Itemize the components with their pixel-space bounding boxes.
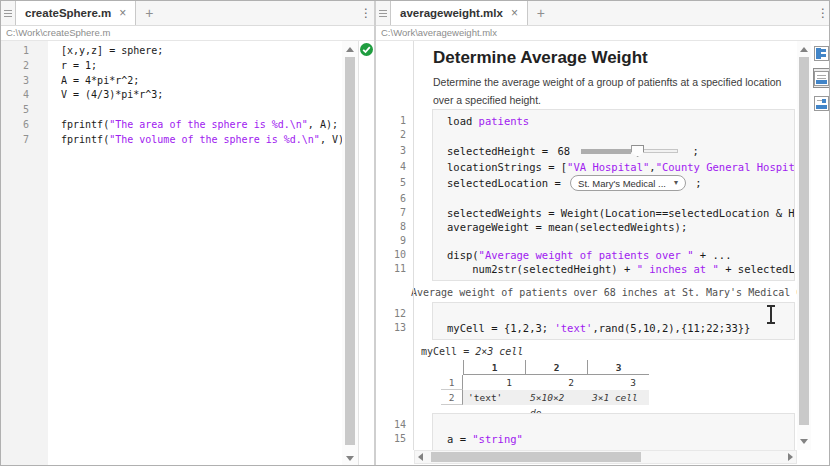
code-line[interactable] [447,234,794,248]
matlab-editor-window: createSphere.m × + ⋮ C:\Work\createSpher… [0,0,830,466]
code-line[interactable]: 3A = 4*pi*r^2; [1,74,342,89]
code-line[interactable]: 7fprintf("The volume of the sphere is %d… [1,133,342,148]
row-header: 2 [441,390,463,405]
location-dropdown[interactable]: St. Mary's Medical ...▾ [570,175,686,191]
line-number: 15 [376,432,413,446]
code-line[interactable]: myCell = {1,2,3; 'text',rand(5,10,2),{11… [447,321,794,335]
new-tab-button[interactable]: + [528,1,554,25]
left-vertical-scrollbar[interactable] [342,41,358,466]
code-token: selectedLocation = [447,177,567,189]
code-block[interactable]: load patientsselectedHeight = 68 ;locati… [432,109,795,281]
tab-actions-menu[interactable]: ⋮ [358,1,374,25]
line-number-column: 1415 [376,413,413,450]
line-number: 8 [376,220,413,234]
tab-averageweight[interactable]: averageweight.mlx × [390,1,528,25]
line-number: 4 [376,160,413,174]
scroll-left-arrow[interactable] [418,453,423,461]
code-analyzer-ok-icon[interactable] [360,43,373,56]
view-toggle-button[interactable] [813,93,830,113]
code-line-content [29,103,61,118]
code-line[interactable]: 1[x,y,z] = sphere; [1,44,342,59]
tab-actions-menu[interactable]: ⋮ [815,1,830,25]
horizontal-scrollbar[interactable] [414,450,797,464]
new-tab-button[interactable]: + [136,1,162,25]
code-token: ; [689,177,702,189]
code-token: ,rand(5,10,2),{11;22;33}} [592,322,750,334]
code-line[interactable]: disp("Average weight of patients over " … [447,248,794,262]
view-toggle-button[interactable] [813,43,830,63]
code-token: "VA Hospital" [567,161,649,173]
tab-createSphere[interactable]: createSphere.m × [15,1,136,25]
scrollbar-thumb[interactable] [431,452,641,462]
close-icon[interactable]: × [511,6,518,20]
code-line[interactable]: num2str(selectedHeight) + " inches at " … [447,262,794,276]
ibeam-cursor [770,306,772,323]
table-cell: 5×10×2 do... [525,390,587,405]
doc-intro-text: Determine the average weight of a group … [433,73,793,109]
right-vertical-scrollbar[interactable] [797,41,811,450]
code-line[interactable]: locationStrings = ["VA Hospital","County… [447,160,794,174]
close-icon[interactable]: × [119,6,126,20]
code-token: locationStrings = [ [447,161,567,173]
code-line[interactable]: 4V = (4/3)*pi*r^3; [1,88,342,103]
left-code-area[interactable]: 1[x,y,z] = sphere;2r = 1;3A = 4*pi*r^2;4… [1,41,342,466]
line-number: 7 [1,133,29,148]
scrollbar-thumb[interactable] [345,57,355,445]
code-line-content: [x,y,z] = sphere; [29,44,163,59]
code-line[interactable] [447,307,794,321]
code-token: ; [686,145,699,157]
column-header: 3 [587,360,649,375]
code-line[interactable] [447,128,794,142]
code-line[interactable]: 2r = 1; [1,59,342,74]
scroll-up-arrow[interactable] [800,47,808,52]
scroll-up-arrow[interactable] [346,47,354,52]
code-line[interactable]: 5 [1,103,342,118]
output-inline-icon [814,71,829,86]
line-number: 6 [376,192,413,206]
code-token: "County General Hospital" [656,161,794,173]
document-bar-icon[interactable] [376,1,390,25]
height-slider[interactable] [581,145,678,157]
code-token: A = 4*pi*r^2; [61,74,139,89]
gutter-separator [413,41,414,450]
scroll-down-arrow[interactable] [800,439,808,444]
scroll-right-arrow[interactable] [788,453,793,461]
code-line[interactable]: selectedLocation = St. Mary's Medical ..… [447,174,794,192]
table-cell: 2 [525,375,587,390]
code-token: a = [447,433,472,445]
code-line[interactable]: selectedWeights = Weight(Location==selec… [447,206,794,220]
dropdown-value: St. Mary's Medical ... [578,178,666,189]
cell-output-label: myCell = 2×3 cell [421,346,797,357]
table-cell: 3 [587,375,649,390]
code-line[interactable] [447,192,794,206]
line-number: 2 [376,128,413,142]
scrollbar-thumb[interactable] [799,57,809,425]
tab-label: createSphere.m [25,7,111,19]
code-section: 1213myCell = {1,2,3; 'text',rand(5,10,2)… [376,302,797,340]
output-on-right-icon [814,46,829,61]
code-section: 1415a = "string" [376,413,797,450]
line-number: 9 [376,234,413,248]
code-token: r = 1; [61,59,97,74]
code-token: myCell = {1,2,3; [447,322,554,334]
code-line[interactable]: 6fprintf("The area of the sphere is %d.\… [1,118,342,133]
code-block[interactable]: myCell = {1,2,3; 'text',rand(5,10,2),{11… [432,302,795,340]
scroll-down-arrow[interactable] [346,456,354,461]
hide-code-icon [814,96,829,111]
code-line[interactable]: a = "string" [447,432,794,446]
code-line[interactable] [447,418,794,432]
code-line[interactable]: load patients [447,114,794,128]
code-line-content: A = 4*pi*r^2; [29,74,139,89]
live-script-document: Determine Average Weight Determine the a… [376,41,797,450]
code-line[interactable]: averageWeight = mean(selectedWeights); [447,220,794,234]
line-number: 6 [1,118,29,133]
code-token: fprintf( [61,133,109,148]
code-line[interactable]: selectedHeight = 68 ; [447,142,794,160]
column-header: 2 [525,360,587,375]
height-value-field[interactable]: 68 [557,145,570,157]
view-toggle-button[interactable] [813,68,830,88]
document-bar-icon[interactable] [1,1,15,25]
line-number: 10 [376,248,413,262]
code-block[interactable]: a = "string" [432,413,795,450]
slider-thumb[interactable] [631,145,644,157]
